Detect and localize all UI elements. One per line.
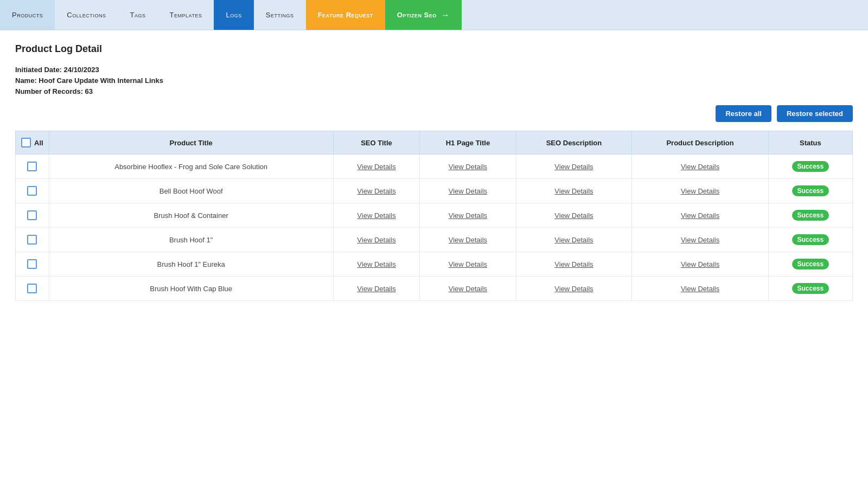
status-cell: Success — [768, 203, 852, 228]
product-description-cell: View Details — [632, 252, 768, 277]
product-description-cell: View Details — [632, 228, 768, 252]
seo-title-cell: View Details — [333, 203, 420, 228]
action-row: Restore all Restore selected — [15, 105, 853, 122]
product-description-cell: View Details — [632, 203, 768, 228]
table-header-status: Status — [768, 131, 852, 155]
h1-page-title-view-details[interactable]: View Details — [449, 211, 487, 220]
product-description-cell: View Details — [632, 155, 768, 179]
table-row: Bell Boot Hoof WoofView DetailsView Deta… — [16, 179, 853, 203]
nav-optizen-seo[interactable]: Optizen Seo → — [385, 0, 462, 30]
h1-page-title-view-details[interactable]: View Details — [449, 163, 487, 171]
product-title-cell: Brush Hoof With Cap Blue — [49, 277, 333, 301]
row-checkbox-cell — [16, 252, 49, 277]
status-badge: Success — [792, 259, 829, 269]
seo-description-view-details[interactable]: View Details — [554, 187, 593, 195]
product-description-view-details[interactable]: View Details — [681, 285, 719, 293]
initiated-date: Initiated Date: 24/10/2023 — [15, 66, 853, 74]
h1-page-title-cell: View Details — [420, 179, 516, 203]
seo-title-view-details[interactable]: View Details — [357, 211, 395, 220]
seo-title-view-details[interactable]: View Details — [357, 236, 395, 244]
seo-title-cell: View Details — [333, 228, 420, 252]
seo-title-cell: View Details — [333, 277, 420, 301]
row-checkbox-cell — [16, 228, 49, 252]
h1-page-title-view-details[interactable]: View Details — [449, 187, 487, 195]
nav-settings[interactable]: Settings — [254, 0, 306, 30]
table-header-row: All Product Title SEO Title H1 Page Titl… — [16, 131, 853, 155]
row-checkbox-cell — [16, 203, 49, 228]
row-checkbox-cell — [16, 277, 49, 301]
seo-description-cell: View Details — [516, 155, 632, 179]
table-header-seo-description: SEO Description — [516, 131, 632, 155]
table-header-h1-page-title: H1 Page Title — [420, 131, 516, 155]
nav-tags[interactable]: Tags — [118, 0, 157, 30]
product-description-cell: View Details — [632, 277, 768, 301]
seo-description-view-details[interactable]: View Details — [554, 260, 593, 268]
nav-feature-request[interactable]: Feature Request — [306, 0, 385, 30]
page-content: Product Log Detail Initiated Date: 24/10… — [0, 30, 868, 314]
all-label: All — [34, 139, 43, 147]
meta-section: Initiated Date: 24/10/2023 Name: Hoof Ca… — [15, 66, 853, 95]
seo-description-cell: View Details — [516, 277, 632, 301]
product-description-view-details[interactable]: View Details — [681, 187, 719, 195]
table-header-checkbox: All — [16, 131, 49, 155]
h1-page-title-cell: View Details — [420, 228, 516, 252]
status-badge: Success — [792, 283, 829, 294]
product-description-cell: View Details — [632, 179, 768, 203]
nav-collections[interactable]: Collections — [55, 0, 118, 30]
nav-logs[interactable]: Logs — [214, 0, 253, 30]
name-label: Name: Hoof Care Update With Internal Lin… — [15, 76, 853, 85]
product-title-cell: Brush Hoof & Container — [49, 203, 333, 228]
h1-page-title-cell: View Details — [420, 277, 516, 301]
status-cell: Success — [768, 228, 852, 252]
row-checkbox[interactable] — [27, 186, 37, 196]
row-checkbox[interactable] — [27, 162, 37, 171]
row-checkbox[interactable] — [27, 259, 37, 269]
row-checkbox-cell — [16, 155, 49, 179]
seo-description-view-details[interactable]: View Details — [554, 211, 593, 220]
page-title: Product Log Detail — [15, 43, 853, 55]
product-description-view-details[interactable]: View Details — [681, 236, 719, 244]
table-row: Brush Hoof 1" EurekaView DetailsView Det… — [16, 252, 853, 277]
nav-products[interactable]: Products — [0, 0, 55, 30]
product-title-cell: Absorbine Hooflex - Frog and Sole Care S… — [49, 155, 333, 179]
seo-title-view-details[interactable]: View Details — [357, 187, 395, 195]
seo-description-view-details[interactable]: View Details — [554, 163, 593, 171]
product-log-table: All Product Title SEO Title H1 Page Titl… — [15, 131, 853, 301]
table-row: Brush Hoof With Cap BlueView DetailsView… — [16, 277, 853, 301]
h1-page-title-view-details[interactable]: View Details — [449, 285, 487, 293]
seo-title-cell: View Details — [333, 252, 420, 277]
records-label: Number of Records: 63 — [15, 87, 853, 95]
h1-page-title-view-details[interactable]: View Details — [449, 236, 487, 244]
h1-page-title-view-details[interactable]: View Details — [449, 260, 487, 268]
product-description-view-details[interactable]: View Details — [681, 260, 719, 268]
product-description-view-details[interactable]: View Details — [681, 211, 719, 220]
product-title-cell: Bell Boot Hoof Woof — [49, 179, 333, 203]
seo-title-view-details[interactable]: View Details — [357, 163, 395, 171]
nav-templates[interactable]: Templates — [158, 0, 214, 30]
select-all-checkbox[interactable] — [21, 138, 31, 147]
product-title-cell: Brush Hoof 1" — [49, 228, 333, 252]
table-row: Brush Hoof 1"View DetailsView DetailsVie… — [16, 228, 853, 252]
seo-title-view-details[interactable]: View Details — [357, 285, 395, 293]
seo-description-view-details[interactable]: View Details — [554, 285, 593, 293]
table-header-product-title: Product Title — [49, 131, 333, 155]
seo-description-view-details[interactable]: View Details — [554, 236, 593, 244]
row-checkbox[interactable] — [27, 284, 37, 293]
product-description-view-details[interactable]: View Details — [681, 163, 719, 171]
restore-selected-button[interactable]: Restore selected — [777, 105, 853, 122]
table-row: Absorbine Hooflex - Frog and Sole Care S… — [16, 155, 853, 179]
row-checkbox[interactable] — [27, 210, 37, 220]
status-cell: Success — [768, 155, 852, 179]
h1-page-title-cell: View Details — [420, 155, 516, 179]
table-header-product-description: Product Description — [632, 131, 768, 155]
select-all-label[interactable]: All — [21, 138, 43, 147]
restore-all-button[interactable]: Restore all — [716, 105, 771, 122]
seo-title-cell: View Details — [333, 155, 420, 179]
h1-page-title-cell: View Details — [420, 252, 516, 277]
table-header-seo-title: SEO Title — [333, 131, 420, 155]
arrow-icon: → — [441, 10, 450, 20]
row-checkbox[interactable] — [27, 235, 37, 245]
seo-title-view-details[interactable]: View Details — [357, 260, 395, 268]
status-badge: Success — [792, 234, 829, 245]
status-badge: Success — [792, 210, 829, 221]
